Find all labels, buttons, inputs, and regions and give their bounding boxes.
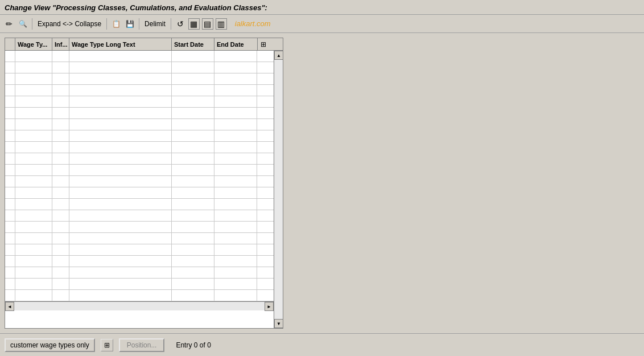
table-row[interactable] [5, 165, 274, 176]
delimit-button[interactable]: Delimit [143, 19, 167, 28]
refresh-icon[interactable]: ↺ [175, 18, 186, 30]
cell-inf [52, 130, 69, 141]
pencil-icon[interactable]: ✏ [3, 18, 15, 30]
scroll-track-vertical[interactable] [274, 60, 283, 319]
cell-wage-ty [15, 119, 52, 130]
row-checkbox[interactable] [5, 130, 15, 141]
table-row[interactable] [5, 119, 274, 130]
cell-wage-ty [15, 142, 52, 153]
table-row[interactable] [5, 290, 274, 301]
table-view-3-icon[interactable]: ▥ [216, 18, 227, 30]
table-row[interactable] [5, 108, 274, 119]
cell-wage-long [69, 256, 172, 267]
table-view-2-icon[interactable]: ▤ [202, 18, 213, 30]
cell-inf [52, 51, 69, 62]
scroll-up-button[interactable]: ▲ [274, 51, 283, 60]
cell-wage-ty [15, 210, 52, 221]
save-icon[interactable]: 💾 [124, 18, 135, 30]
table-row[interactable] [5, 96, 274, 108]
scroll-left-button[interactable]: ◄ [5, 302, 14, 311]
expand-collapse-button[interactable]: Expand <-> Collapse [36, 19, 103, 28]
cell-wage-long [69, 96, 172, 107]
col-header-wage-ty: Wage Ty... [15, 38, 52, 50]
table-row[interactable] [5, 85, 274, 96]
row-checkbox[interactable] [5, 199, 15, 210]
table-row[interactable] [5, 244, 274, 256]
row-checkbox[interactable] [5, 279, 15, 289]
cell-end-date [214, 233, 257, 244]
table-row[interactable] [5, 199, 274, 210]
row-checkbox[interactable] [5, 142, 15, 153]
table-header: Wage Ty... Inf... Wage Type Long Text St… [5, 38, 283, 51]
cell-wage-long [69, 51, 172, 62]
cell-start-date [172, 176, 214, 187]
row-checkbox[interactable] [5, 267, 15, 278]
col-header-wage-long: Wage Type Long Text [69, 38, 172, 50]
row-checkbox[interactable] [5, 244, 15, 255]
cell-end-date [214, 199, 257, 210]
customer-wage-types-button[interactable]: customer wage types only [5, 338, 95, 352]
table-row[interactable] [5, 73, 274, 85]
position-button[interactable]: Position... [119, 338, 165, 352]
copy-icon[interactable]: 📋 [110, 18, 122, 30]
cell-end-date [214, 73, 257, 84]
table-row[interactable] [5, 51, 274, 62]
cell-wage-ty [15, 153, 52, 164]
horizontal-scrollbar[interactable]: ◄ ► [5, 301, 274, 310]
scroll-track-horizontal[interactable] [14, 302, 265, 310]
row-checkbox[interactable] [5, 187, 15, 198]
table-row[interactable] [5, 233, 274, 244]
cell-end-date [214, 165, 257, 175]
cell-wage-ty [15, 222, 52, 232]
scroll-right-button[interactable]: ► [265, 302, 274, 311]
row-checkbox[interactable] [5, 62, 15, 73]
row-checkbox[interactable] [5, 51, 15, 62]
cell-start-date [172, 199, 214, 210]
row-checkbox[interactable] [5, 222, 15, 232]
scroll-down-button[interactable]: ▼ [274, 319, 283, 328]
table-row[interactable] [5, 222, 274, 233]
row-checkbox[interactable] [5, 256, 15, 267]
table-view-1-icon[interactable]: ▦ [188, 18, 200, 30]
col-header-end-date: End Date [214, 38, 257, 50]
cell-end-date [214, 290, 257, 301]
table-row[interactable] [5, 153, 274, 165]
cell-wage-long [69, 108, 172, 118]
row-checkbox[interactable] [5, 233, 15, 244]
cell-start-date [172, 256, 214, 267]
header-checkbox-col [5, 38, 15, 50]
row-checkbox[interactable] [5, 176, 15, 187]
table-row[interactable] [5, 279, 274, 290]
cell-wage-long [69, 130, 172, 141]
cell-inf [52, 244, 69, 255]
table-row[interactable] [5, 267, 274, 279]
cell-wage-long [69, 142, 172, 153]
table-row[interactable] [5, 187, 274, 199]
table-row[interactable] [5, 130, 274, 142]
table-row[interactable] [5, 210, 274, 222]
col-header-start-date: Start Date [172, 38, 214, 50]
table-row[interactable] [5, 62, 274, 73]
cell-wage-ty [15, 73, 52, 84]
row-checkbox[interactable] [5, 108, 15, 118]
row-checkbox[interactable] [5, 210, 15, 221]
footer-table-icon[interactable]: ⊞ [101, 339, 113, 351]
row-checkbox[interactable] [5, 85, 15, 96]
row-checkbox[interactable] [5, 153, 15, 164]
cell-start-date [172, 96, 214, 107]
table-body: ▲ ▼ [5, 51, 283, 328]
row-checkbox[interactable] [5, 119, 15, 130]
row-checkbox[interactable] [5, 165, 15, 175]
cell-wage-long [69, 153, 172, 164]
row-checkbox[interactable] [5, 73, 15, 84]
vertical-scrollbar[interactable]: ▲ ▼ [274, 51, 283, 328]
row-checkbox[interactable] [5, 290, 15, 301]
cell-wage-long [69, 267, 172, 278]
column-settings-icon[interactable]: ⊞ [257, 38, 269, 50]
table-row[interactable] [5, 142, 274, 153]
table-row[interactable] [5, 176, 274, 187]
search-icon[interactable]: 🔍 [17, 18, 28, 30]
cell-end-date [214, 176, 257, 187]
table-row[interactable] [5, 256, 274, 267]
row-checkbox[interactable] [5, 96, 15, 107]
